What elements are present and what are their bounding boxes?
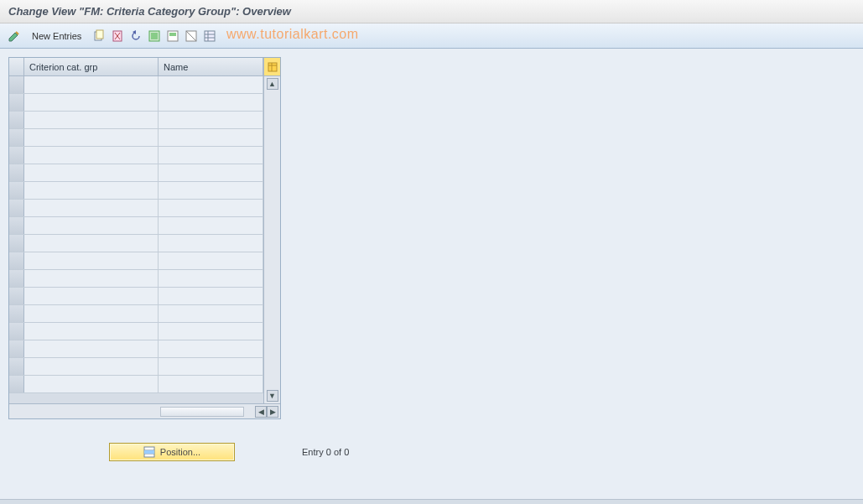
copy-as-icon[interactable] bbox=[91, 29, 107, 44]
cell-criterion-cat-grp[interactable] bbox=[24, 217, 159, 234]
row-selector[interactable] bbox=[9, 358, 24, 375]
cell-name[interactable] bbox=[159, 112, 263, 128]
cell-criterion-cat-grp[interactable] bbox=[24, 182, 159, 199]
cell-name[interactable] bbox=[159, 252, 263, 269]
cell-name[interactable] bbox=[159, 129, 263, 146]
cell-name[interactable] bbox=[159, 358, 263, 375]
table-row bbox=[9, 200, 263, 217]
svg-rect-21 bbox=[144, 450, 154, 454]
row-selector[interactable] bbox=[9, 340, 24, 357]
row-selector[interactable] bbox=[9, 129, 24, 146]
row-selector[interactable] bbox=[9, 270, 24, 287]
cell-criterion-cat-grp[interactable] bbox=[24, 200, 159, 216]
page-title: Change View "FM: Criteria Category Group… bbox=[8, 5, 291, 18]
cell-criterion-cat-grp[interactable] bbox=[24, 129, 159, 146]
configure-columns-button[interactable] bbox=[263, 58, 280, 75]
column-name[interactable]: Name bbox=[159, 58, 263, 75]
row-selector[interactable] bbox=[9, 147, 24, 164]
undo-change-icon[interactable] bbox=[128, 29, 143, 44]
cell-criterion-cat-grp[interactable] bbox=[24, 323, 159, 340]
table-row bbox=[9, 305, 263, 323]
table-row bbox=[9, 129, 263, 147]
table-row bbox=[9, 323, 263, 340]
cell-name[interactable] bbox=[159, 164, 263, 181]
svg-rect-8 bbox=[169, 33, 176, 36]
row-selector[interactable] bbox=[9, 323, 24, 340]
cell-criterion-cat-grp[interactable] bbox=[24, 270, 159, 287]
row-selector[interactable] bbox=[9, 235, 24, 252]
cell-name[interactable] bbox=[159, 376, 263, 392]
select-all-column[interactable] bbox=[9, 58, 24, 75]
table-row bbox=[9, 147, 263, 164]
position-button[interactable]: Position... bbox=[109, 443, 235, 461]
select-block-icon[interactable] bbox=[165, 29, 180, 44]
row-selector[interactable] bbox=[9, 76, 24, 93]
cell-criterion-cat-grp[interactable] bbox=[24, 76, 159, 93]
cell-name[interactable] bbox=[159, 305, 263, 322]
row-selector[interactable] bbox=[9, 112, 24, 128]
cell-criterion-cat-grp[interactable] bbox=[24, 252, 159, 269]
cell-criterion-cat-grp[interactable] bbox=[24, 376, 159, 392]
table-row bbox=[9, 182, 263, 200]
cell-name[interactable] bbox=[159, 200, 263, 216]
table-row bbox=[9, 252, 263, 270]
vertical-scrollbar[interactable]: ▲ ▼ bbox=[263, 76, 280, 403]
cell-criterion-cat-grp[interactable] bbox=[24, 288, 159, 304]
cell-name[interactable] bbox=[159, 323, 263, 340]
cell-name[interactable] bbox=[159, 235, 263, 252]
cell-name[interactable] bbox=[159, 340, 263, 357]
bottom-border bbox=[0, 499, 863, 504]
cell-criterion-cat-grp[interactable] bbox=[24, 147, 159, 164]
table-settings-icon[interactable] bbox=[202, 29, 217, 44]
row-selector[interactable] bbox=[9, 94, 24, 111]
deselect-all-icon[interactable] bbox=[184, 29, 199, 44]
row-selector[interactable] bbox=[9, 252, 24, 269]
table-body: ▲ ▼ bbox=[9, 76, 280, 403]
table-row bbox=[9, 76, 263, 94]
cell-criterion-cat-grp[interactable] bbox=[24, 164, 159, 181]
select-all-icon[interactable] bbox=[147, 29, 162, 44]
cell-criterion-cat-grp[interactable] bbox=[24, 112, 159, 128]
row-selector[interactable] bbox=[9, 200, 24, 216]
scroll-left-icon[interactable]: ◀ bbox=[255, 406, 267, 418]
toolbar: New Entries www.tutorialkart.com bbox=[0, 23, 863, 49]
cell-name[interactable] bbox=[159, 288, 263, 304]
scroll-down-icon[interactable]: ▼ bbox=[267, 390, 278, 402]
cell-criterion-cat-grp[interactable] bbox=[24, 340, 159, 357]
row-selector[interactable] bbox=[9, 217, 24, 234]
table-row bbox=[9, 217, 263, 235]
new-entries-button[interactable]: New Entries bbox=[25, 29, 88, 43]
row-selector[interactable] bbox=[9, 288, 24, 304]
cell-name[interactable] bbox=[159, 94, 263, 111]
row-selector[interactable] bbox=[9, 376, 24, 392]
cell-name[interactable] bbox=[159, 147, 263, 164]
watermark-text: www.tutorialkart.com bbox=[226, 27, 359, 42]
row-selector[interactable] bbox=[9, 164, 24, 181]
cell-criterion-cat-grp[interactable] bbox=[24, 235, 159, 252]
row-selector[interactable] bbox=[9, 305, 24, 322]
horizontal-scrollbar[interactable]: ◀ ▶ bbox=[9, 403, 280, 418]
table-row bbox=[9, 112, 263, 129]
cell-name[interactable] bbox=[159, 270, 263, 287]
table-header: Criterion cat. grp Name bbox=[9, 58, 280, 76]
column-criterion-cat-grp[interactable]: Criterion cat. grp bbox=[24, 58, 159, 75]
toggle-display-change-icon[interactable] bbox=[7, 29, 22, 44]
delete-icon[interactable] bbox=[110, 29, 125, 44]
hscroll-track[interactable] bbox=[160, 407, 244, 417]
entry-count-text: Entry 0 of 0 bbox=[302, 447, 349, 457]
svg-rect-11 bbox=[205, 31, 215, 41]
table-row bbox=[9, 288, 263, 305]
row-selector[interactable] bbox=[9, 182, 24, 199]
scroll-right-icon[interactable]: ▶ bbox=[267, 406, 278, 418]
table-row bbox=[9, 270, 263, 288]
cell-criterion-cat-grp[interactable] bbox=[24, 94, 159, 111]
title-bar: Change View "FM: Criteria Category Group… bbox=[0, 0, 863, 23]
cell-name[interactable] bbox=[159, 76, 263, 93]
scroll-up-icon[interactable]: ▲ bbox=[267, 78, 278, 90]
hscroll-thumb[interactable] bbox=[161, 408, 243, 416]
cell-name[interactable] bbox=[159, 217, 263, 234]
cell-name[interactable] bbox=[159, 182, 263, 199]
cell-criterion-cat-grp[interactable] bbox=[24, 358, 159, 375]
svg-rect-1 bbox=[96, 30, 103, 39]
cell-criterion-cat-grp[interactable] bbox=[24, 305, 159, 322]
